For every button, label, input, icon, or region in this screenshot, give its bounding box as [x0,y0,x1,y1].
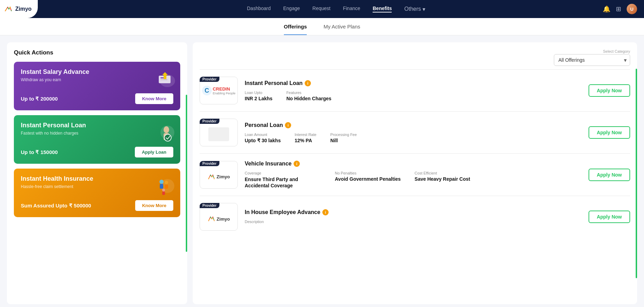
svg-point-10 [159,180,164,184]
credin-logo: C CREDIN Enabling People [202,86,236,95]
provider-badge-credin: Provider C CREDIN Enabling People [200,77,238,104]
offering-details-employee-advance: Description [245,220,582,225]
zimyo-logo-3: Zimyo [208,173,230,181]
offering-row-vehicle-insurance: Provider Zimyo Vehicle Insurance i [200,153,630,196]
quick-actions-title: Quick Actions [14,49,180,56]
provider-badge-2: Provider [200,119,238,146]
zimyo-logo-4: Zimyo [208,215,230,223]
offering-row-employee-advance: Provider Zimyo In House Employee Advance… [200,196,630,238]
nav-benefits[interactable]: Benefits [373,6,392,12]
chevron-down-icon: ▾ [423,6,425,12]
salary-illustration [148,65,176,98]
svg-rect-17 [208,215,215,223]
provider-badge-zimyo-4: Provider Zimyo [200,203,238,231]
health-illustration [148,172,176,205]
credin-c-icon: C [202,86,212,95]
info-icon-3[interactable]: i [294,161,300,167]
sub-tabs: Offerings My Active Plans [0,18,644,35]
provider-label-3: Provider [200,161,219,166]
personal-loan-card: Instant Personal Loan Fastest with no hi… [14,115,180,164]
offering-name-instant-loan: Instant Personal Loan i [245,80,582,86]
zimyo-text-4: Zimyo [217,216,230,222]
provider-label-4: Provider [200,203,219,208]
svg-rect-16 [208,173,215,181]
offering-details-instant-loan: Loan Upto INR 2 Lakhs Features No Hidden… [245,91,582,101]
svg-point-14 [162,189,165,191]
offering-info-employee-advance: In House Employee Advance i Description [245,209,582,225]
category-select-wrap: Select Category All Offerings Loans Insu… [200,49,630,66]
offering-row-personal-loan: Provider Personal Loan i Loan Amount Upt… [200,111,630,153]
notification-icon[interactable]: 🔔 [603,5,610,13]
card-subtitle-health: Hassle-free claim settlement [21,184,112,189]
detail-coverage: Coverage Ensure Third Party and Accident… [245,171,321,189]
card-subtitle-loan: Fastest with no hidden charges [21,131,112,136]
info-icon-4[interactable]: i [322,209,329,215]
svg-rect-15 [162,191,165,195]
card-subtitle-salary: Withdraw as you earn [21,77,112,82]
offering-row-instant-loan: Provider C CREDIN Enabling People Instan… [200,69,630,111]
credin-brand-text: CREDIN [213,86,236,92]
offering-details-vehicle: Coverage Ensure Third Party and Accident… [245,171,582,189]
loan-illustration [148,119,176,152]
zimyo-logo-icon-3 [208,173,215,181]
offering-name-employee-advance: In House Employee Advance i [245,209,582,215]
card-title-health: Instant Health Insurance [21,175,105,183]
detail-loan-upto: Loan Upto INR 2 Lakhs [245,91,272,101]
detail-loan-amount: Loan Amount Upto ₹ 30 lakhs [245,133,281,143]
nav-links: Dashboard Engage Request Finance Benefit… [69,6,603,12]
app-logo[interactable]: Zimyo [0,0,38,18]
detail-description: Description [245,220,264,225]
card-amount-loan: Up to ₹ 150000 [21,149,58,155]
grid-icon[interactable]: ⊞ [616,5,621,13]
card-title-salary: Instant Salary Advance [21,68,105,76]
svg-point-12 [165,181,168,184]
detail-processing-fee: Processing Fee Nill [330,133,357,143]
apply-now-btn-1[interactable]: Apply Now [589,84,630,97]
svg-rect-13 [165,185,168,189]
svg-rect-4 [160,79,167,80]
svg-rect-0 [3,4,13,14]
svg-point-8 [164,134,171,141]
category-select[interactable]: All Offerings Loans Insurance Advances [554,54,630,66]
info-icon-2[interactable]: i [285,122,291,128]
salary-advance-card: Instant Salary Advance Withdraw as you e… [14,62,180,110]
provider-badge-zimyo-3: Provider Zimyo [200,161,238,189]
navbar: Zimyo Dashboard Engage Request Finance B… [0,0,644,18]
nav-engage[interactable]: Engage [283,6,300,12]
main-content: Quick Actions Instant Salary Advance Wit… [0,35,644,304]
info-icon-1[interactable]: i [305,80,311,86]
provider-label-1: Provider [200,77,219,82]
provider-label-2: Provider [200,119,219,124]
apply-now-btn-3[interactable]: Apply Now [589,169,630,181]
card-title-loan: Instant Personal Loan [21,121,105,129]
provider-logo-placeholder-2 [208,127,229,141]
tab-offerings[interactable]: Offerings [284,24,307,35]
detail-interest-rate: Interest Rate 12% PA [295,133,316,143]
card-amount-salary: Up to ₹ 200000 [21,96,58,102]
zimyo-logo-icon [3,4,13,14]
nav-finance[interactable]: Finance [343,6,360,12]
detail-no-penalties: No Penalties Avoid Government Penalties [335,171,401,189]
zimyo-logo-icon-4 [208,215,215,223]
svg-rect-11 [160,184,163,189]
apply-now-btn-2[interactable]: Apply Now [589,126,630,139]
svg-point-6 [164,126,169,133]
offering-details-personal-loan: Loan Amount Upto ₹ 30 lakhs Interest Rat… [245,133,582,143]
nav-request[interactable]: Request [312,6,330,12]
category-select-group: Select Category All Offerings Loans Insu… [554,49,630,66]
nav-dashboard[interactable]: Dashboard [247,6,271,12]
navbar-right: 🔔 ⊞ U [603,4,637,14]
zimyo-text-3: Zimyo [217,174,230,179]
credin-tagline: Enabling People [213,92,236,95]
avatar[interactable]: U [627,4,637,14]
offering-name-vehicle: Vehicle Insurance i [245,161,582,167]
offering-info-personal-loan: Personal Loan i Loan Amount Upto ₹ 30 la… [245,122,582,143]
offering-info-vehicle: Vehicle Insurance i Coverage Ensure Thir… [245,161,582,189]
tab-my-active-plans[interactable]: My Active Plans [323,24,360,35]
health-insurance-card: Instant Health Insurance Hassle-free cla… [14,169,180,217]
apply-now-btn-4[interactable]: Apply Now [589,211,630,223]
nav-others[interactable]: Others ▾ [404,6,425,12]
detail-features: Features No Hidden Charges [286,91,331,101]
right-panel: Select Category All Offerings Loans Insu… [193,42,637,304]
offering-info-instant-loan: Instant Personal Loan i Loan Upto INR 2 … [245,80,582,101]
